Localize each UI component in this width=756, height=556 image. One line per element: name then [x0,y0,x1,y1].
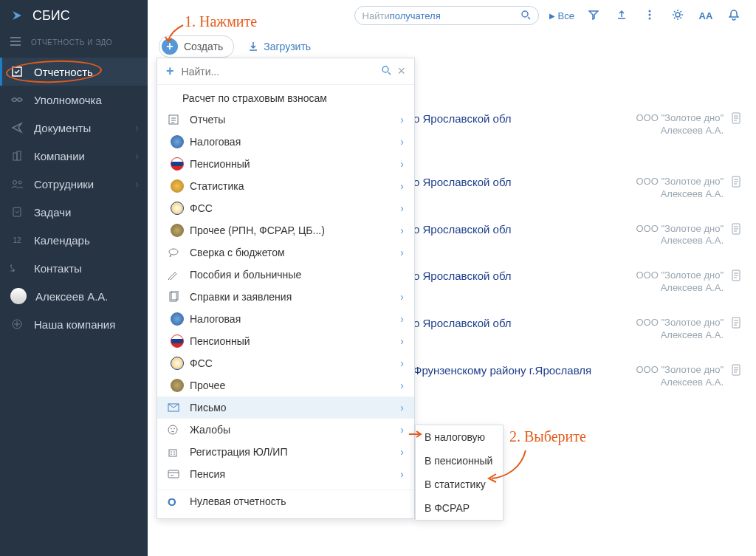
create-button[interactable]: + Создать [159,35,234,58]
dropdown-cert-other[interactable]: Прочее› [157,374,414,397]
filter-all[interactable]: ▶Все [549,10,574,21]
app-header: СБИС [0,0,148,31]
more-icon[interactable] [641,10,659,22]
search-icon[interactable] [381,65,391,78]
nav-item-authorize[interactable]: Уполномочка [0,86,148,114]
result-row[interactable]: о Ярославской обл ООО "Золотое дно"Алекс… [413,103,749,167]
chevron-right-icon: › [400,114,404,126]
nav-item-user[interactable]: Алексеев А.А. [0,282,148,310]
dropdown-first-item[interactable]: Расчет по страховым взносам [157,85,414,109]
dropdown-search-input[interactable] [182,66,382,78]
calendar-badge: 12 [10,236,24,244]
dropdown-item-benefits[interactable]: Пособия и больничные [157,264,414,286]
submenu-item-fsrar[interactable]: В ФСРАР [416,496,503,520]
mail-icon [168,403,182,412]
download-icon [247,41,259,52]
result-row[interactable]: о Ярославской обл ООО "Золотое дно"Алекс… [413,308,749,355]
doc-icon [168,114,182,126]
dropdown-section-certs[interactable]: Справки и заявления › [157,286,414,308]
close-icon[interactable]: × [397,64,405,79]
submenu-item-tax[interactable]: В налоговую [416,425,503,449]
dropdown-item-other[interactable]: Прочее (РПН, ФСРАР, ЦБ...)› [157,219,414,241]
svg-rect-25 [169,450,176,456]
search-icon[interactable] [520,10,531,22]
emblem-icon [169,200,185,216]
dropdown-item-tax[interactable]: Налоговая› [157,131,414,153]
font-size-icon[interactable]: AA [697,10,715,21]
dropdown-item-letter[interactable]: Письмо› [157,397,414,419]
submenu-item-pension[interactable]: В пенсионный [416,449,503,473]
nav-item-documents[interactable]: Документы › [0,114,148,142]
dropdown-cert-pension[interactable]: Пенсионный› [157,330,414,352]
action-row: + Создать Загрузить [159,35,311,58]
topbar: Найти получателя ▶Все AA [148,0,756,31]
letter-submenu: В налоговую В пенсионный В статистику В … [415,425,504,521]
dropdown-item-pension[interactable]: Пенсионный› [157,153,414,175]
gear-icon[interactable] [669,9,687,23]
result-row[interactable]: о Ярославской обл ООО "Золотое дно"Алекс… [413,167,749,214]
dropdown-cert-fss[interactable]: ФСС› [157,352,414,374]
dropdown-item-complaints[interactable]: Жалобы› [157,419,414,441]
svg-point-9 [649,13,651,16]
result-row[interactable]: о Ярославской обл ООО "Золотое дно"Алекс… [413,261,749,308]
dropdown-item-budget[interactable]: Сверка с бюджетом› [157,241,414,264]
sidebar: СБИС ОТЧЕТНОСТЬ И ЭДО Отчетность Уполном… [0,0,148,556]
export-icon[interactable] [613,10,630,22]
doc-icon [731,112,744,126]
upload-button[interactable]: Загрузить [247,41,311,52]
nav-item-contacts[interactable]: Контакты [0,254,148,282]
nav-item-employees[interactable]: Сотрудники › [0,170,148,198]
card-icon [168,470,182,478]
svg-point-20 [169,249,178,255]
dropdown-item-pension[interactable]: Пенсия› [157,463,414,485]
svg-rect-26 [168,470,179,478]
dropdown-item-stats[interactable]: Статистика› [157,175,414,197]
menu-icon[interactable] [10,37,21,47]
bell-icon[interactable] [725,9,743,23]
doc-icon [731,364,744,377]
nav-list: Отчетность Уполномочка Документы › Компа… [0,53,148,338]
plus-icon[interactable]: + [166,64,174,79]
app-logo-icon [9,7,25,24]
dropdown-section-reports[interactable]: Отчеты › [157,109,414,131]
emblem-icon [169,222,185,238]
recipient-search[interactable]: Найти получателя [354,6,539,25]
nav-label: Контакты [34,262,148,275]
avatar-icon [10,288,27,304]
nav-item-reports[interactable]: Отчетность [0,58,148,86]
submenu-item-stats[interactable]: В статистику [416,473,503,496]
dropdown-item-zero[interactable]: OНулевая отчетность [157,490,414,512]
emblem-icon [169,156,185,172]
result-row[interactable]: о Ярославской обл ООО "Золотое дно"Алекс… [413,214,749,261]
nav-item-calendar[interactable]: 12 Календарь [0,226,148,254]
nav-label: Алексеев А.А. [35,290,148,303]
reports-icon [10,65,24,78]
send-icon [10,121,24,134]
nav-item-tasks[interactable]: Задачи [0,198,148,226]
handshake-icon [10,93,24,106]
app-subtitle: ОТЧЕТНОСТЬ И ЭДО [31,38,112,47]
upload-label: Загрузить [264,41,311,52]
dropdown-item-fss[interactable]: ФСС› [157,197,414,219]
svg-point-11 [676,13,680,17]
svg-point-18 [382,66,388,72]
chat-icon [168,247,182,258]
dropdown-search-row: + × [157,58,414,85]
dropdown-cert-tax[interactable]: Налоговая› [157,308,414,330]
nav-label: Календарь [34,234,148,247]
chat-icon [10,261,24,275]
annotation-step-2: 2. Выберите [509,428,586,445]
dropdown-item-registration[interactable]: Регистрация ЮЛ/ИП› [157,441,414,463]
result-row[interactable]: Фрунзенскому району г.Ярославля ООО "Зол… [413,355,749,402]
filter-icon[interactable] [585,10,602,22]
clipboard-icon [10,205,24,219]
nav-item-our-company[interactable]: Наша компания [0,310,148,338]
svg-point-3 [13,181,17,185]
chevron-right-icon: › [135,178,139,190]
company-icon [10,318,24,331]
emblem-icon [169,134,185,150]
chevron-right-icon: › [400,291,404,303]
nav-label: Уполномочка [34,94,148,106]
results-list: о Ярославской обл ООО "Золотое дно"Алекс… [413,103,749,402]
nav-item-companies[interactable]: Компании › [0,142,148,170]
